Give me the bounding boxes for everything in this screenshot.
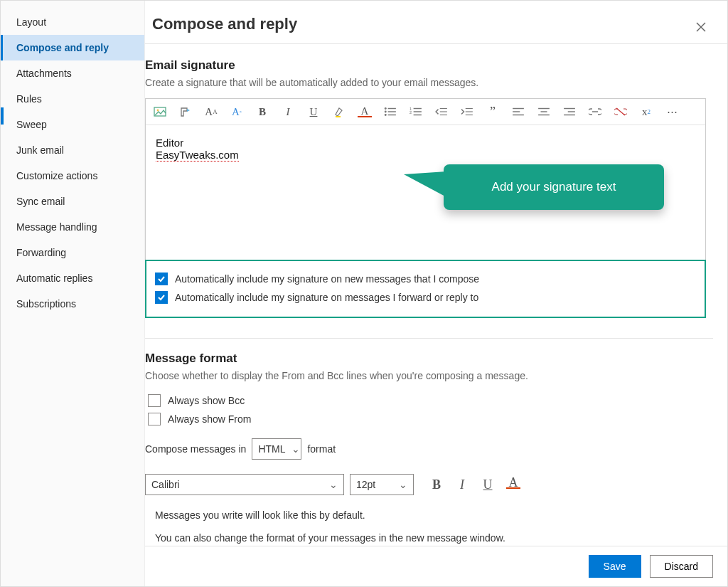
italic-icon[interactable]: I bbox=[281, 105, 295, 119]
show-from-checkbox[interactable] bbox=[148, 413, 161, 425]
format-mini-toolbar: B I U A bbox=[429, 477, 520, 492]
sidebar-item-message-handling[interactable]: Message handling bbox=[1, 214, 144, 240]
show-from-row: Always show From bbox=[145, 410, 706, 428]
font-color-icon[interactable]: A bbox=[506, 477, 520, 489]
sidebar-item-attachments[interactable]: Attachments bbox=[1, 60, 144, 86]
align-right-icon[interactable] bbox=[562, 105, 577, 119]
increase-indent-icon[interactable] bbox=[460, 105, 474, 119]
include-on-reply-checkbox[interactable] bbox=[155, 291, 168, 304]
format-preview: Messages you write will look like this b… bbox=[145, 495, 706, 546]
settings-sidebar: Layout Compose and reply Attachments Rul… bbox=[1, 1, 145, 586]
sidebar-item-compose-and-reply[interactable]: Compose and reply bbox=[1, 35, 144, 60]
discard-button[interactable]: Discard bbox=[650, 555, 713, 578]
svg-point-3 bbox=[157, 110, 159, 112]
sidebar-item-layout[interactable]: Layout bbox=[1, 9, 144, 35]
include-on-new-checkbox[interactable] bbox=[155, 273, 168, 285]
italic-icon[interactable]: I bbox=[455, 477, 469, 492]
close-button[interactable] bbox=[692, 18, 710, 38]
highlight-icon[interactable] bbox=[332, 105, 346, 119]
numbered-list-icon[interactable]: 12 bbox=[409, 105, 423, 119]
align-left-icon[interactable] bbox=[511, 105, 525, 119]
font-size-increase-icon[interactable]: A◦ bbox=[230, 105, 244, 119]
decrease-indent-icon[interactable] bbox=[434, 105, 449, 119]
font-family-value: Calibri bbox=[151, 479, 180, 490]
include-on-new-row: Automatically include my signature on ne… bbox=[152, 270, 699, 288]
signature-toolbar: AA A◦ B I U A 12 ” bbox=[146, 99, 705, 125]
compose-suffix-label: format bbox=[307, 443, 336, 455]
signature-line-2: EasyTweaks.com bbox=[156, 149, 239, 162]
message-format-desc: Choose whether to display the From and B… bbox=[145, 370, 706, 381]
font-size-value: 12pt bbox=[356, 479, 375, 490]
bulleted-list-icon[interactable] bbox=[383, 105, 397, 119]
font-size-select[interactable]: 12pt ⌄ bbox=[350, 474, 414, 495]
underline-icon[interactable]: U bbox=[481, 477, 495, 492]
main-panel: Compose and reply Email signature Create… bbox=[145, 1, 727, 586]
font-family-select[interactable]: Calibri ⌄ bbox=[145, 474, 344, 495]
message-format-section: Message format Choose whether to display… bbox=[145, 351, 706, 546]
email-signature-desc: Create a signature that will be automati… bbox=[145, 77, 706, 88]
sidebar-item-automatic-replies[interactable]: Automatic replies bbox=[1, 265, 144, 291]
sidebar-item-subscriptions[interactable]: Subscriptions bbox=[1, 291, 144, 317]
sidebar-item-rules[interactable]: Rules bbox=[1, 86, 144, 112]
content-scroll[interactable]: Email signature Create a signature that … bbox=[145, 44, 727, 546]
svg-text:2: 2 bbox=[410, 110, 412, 115]
show-bcc-label: Always show Bcc bbox=[168, 395, 245, 406]
annotation-text: Add your signature text bbox=[492, 180, 616, 194]
underline-icon[interactable]: U bbox=[306, 105, 321, 119]
link-icon[interactable] bbox=[588, 105, 602, 119]
quote-icon[interactable]: ” bbox=[486, 105, 500, 119]
compose-format-row: Compose messages in HTML ⌄ format bbox=[145, 438, 706, 460]
align-center-icon[interactable] bbox=[537, 105, 551, 119]
page-title: Compose and reply bbox=[152, 15, 297, 33]
message-format-heading: Message format bbox=[145, 351, 706, 366]
signature-line-1: Editor bbox=[156, 137, 695, 149]
chevron-down-icon: ⌄ bbox=[291, 443, 300, 455]
chevron-down-icon: ⌄ bbox=[329, 479, 338, 490]
compose-format-select[interactable]: HTML ⌄ bbox=[252, 438, 301, 460]
include-on-reply-label: Automatically include my signature on me… bbox=[175, 292, 478, 303]
svg-point-7 bbox=[385, 114, 387, 116]
sidebar-item-sweep[interactable]: Sweep bbox=[1, 112, 144, 137]
section-divider bbox=[145, 338, 713, 339]
sidebar-item-forwarding[interactable]: Forwarding bbox=[1, 240, 144, 265]
show-bcc-row: Always show Bcc bbox=[145, 391, 706, 410]
settings-window: Layout Compose and reply Attachments Rul… bbox=[0, 0, 728, 587]
email-signature-heading: Email signature bbox=[145, 58, 706, 73]
unlink-icon[interactable] bbox=[614, 105, 628, 119]
main-header: Compose and reply bbox=[145, 1, 727, 43]
svg-point-6 bbox=[385, 111, 387, 113]
format-painter-icon[interactable] bbox=[178, 105, 193, 119]
show-from-label: Always show From bbox=[168, 413, 251, 425]
superscript-icon[interactable]: x2 bbox=[639, 105, 653, 119]
show-bcc-checkbox[interactable] bbox=[148, 394, 161, 407]
save-button[interactable]: Save bbox=[589, 555, 641, 578]
include-on-new-label: Automatically include my signature on ne… bbox=[175, 273, 479, 285]
font-row: Calibri ⌄ 12pt ⌄ B I U A bbox=[145, 474, 706, 495]
insert-image-icon[interactable] bbox=[153, 105, 167, 119]
sidebar-item-sync-email[interactable]: Sync email bbox=[1, 189, 144, 214]
sidebar-item-junk-email[interactable]: Junk email bbox=[1, 137, 144, 163]
compose-format-value: HTML bbox=[258, 443, 285, 455]
font-size-decrease-icon[interactable]: AA bbox=[204, 105, 218, 119]
chevron-down-icon: ⌄ bbox=[399, 479, 407, 490]
signature-options-highlight: Automatically include my signature on ne… bbox=[145, 260, 706, 318]
preview-line-2: You can also change the format of your m… bbox=[155, 532, 699, 544]
svg-point-5 bbox=[385, 107, 387, 110]
compose-prefix-label: Compose messages in bbox=[145, 443, 246, 455]
bold-icon[interactable]: B bbox=[429, 477, 444, 492]
bold-icon[interactable]: B bbox=[255, 105, 269, 119]
preview-line-1: Messages you write will look like this b… bbox=[155, 509, 699, 521]
sidebar-item-customize-actions[interactable]: Customize actions bbox=[1, 163, 144, 189]
footer-bar: Save Discard bbox=[145, 546, 727, 586]
annotation-callout: Add your signature text bbox=[444, 164, 664, 210]
include-on-reply-row: Automatically include my signature on me… bbox=[152, 288, 699, 307]
font-color-icon[interactable]: A bbox=[358, 106, 372, 117]
more-icon[interactable]: ⋯ bbox=[665, 105, 679, 119]
